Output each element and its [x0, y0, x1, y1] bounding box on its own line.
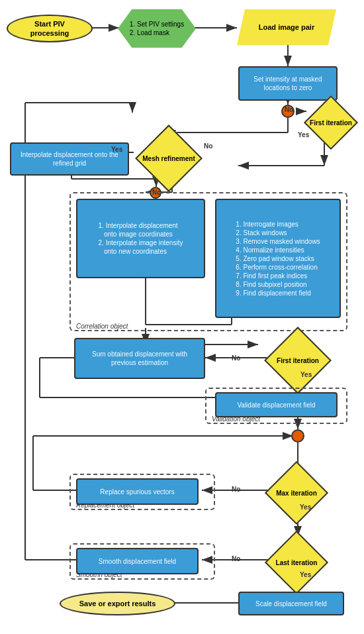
scale-node: Scale displacement field — [238, 592, 344, 615]
max-iteration: Max iteration — [260, 470, 333, 515]
correlation-label: Correlation object — [76, 323, 128, 330]
no-label-mesh: No — [204, 142, 212, 150]
load-image-node: Load image pair — [237, 9, 336, 45]
save-node: Save or export results — [60, 592, 175, 615]
yes-label-max: Yes — [300, 503, 311, 511]
no-label-max: No — [232, 486, 240, 493]
smooth-node: Smooth displacement field — [76, 548, 199, 574]
interrogate-node: 1. Interrogate images2. Stack windows3. … — [215, 199, 341, 318]
no-label-first-mid: No — [232, 354, 240, 362]
first-iteration-top: First iteration — [301, 103, 361, 142]
yes-label-last: Yes — [300, 571, 311, 578]
yes-label-first-top: Yes — [298, 131, 309, 138]
sum-disp-node: Sum obtained displacement with previous … — [74, 338, 205, 379]
no-label-last: No — [232, 555, 240, 562]
interp-disp-node: 1. Interpolate displacement onto image c… — [76, 199, 205, 278]
yes-label-mesh: Yes — [111, 146, 122, 153]
no-label-first-top: No — [285, 106, 293, 113]
circle-connector-3 — [291, 429, 304, 443]
yes-label-first-mid: Yes — [300, 371, 312, 378]
first-iteration-mid: First iteration — [258, 338, 338, 383]
start-node: Start PIV processing — [7, 15, 93, 42]
replace-spurious-node: Replace spurious vectors — [76, 478, 199, 505]
last-iteration: Last iteration — [260, 540, 333, 585]
mesh-refinement: Mesh refinement — [129, 136, 208, 181]
validate-node: Validate displacement field — [215, 392, 338, 417]
settings-node: 1. Set PIV settings2. Load mask — [118, 9, 196, 48]
set-intensity-node: Set intensity at masked locations to zer… — [238, 66, 338, 101]
flowchart: Start PIV processing 1. Set PIV settings… — [0, 0, 364, 634]
